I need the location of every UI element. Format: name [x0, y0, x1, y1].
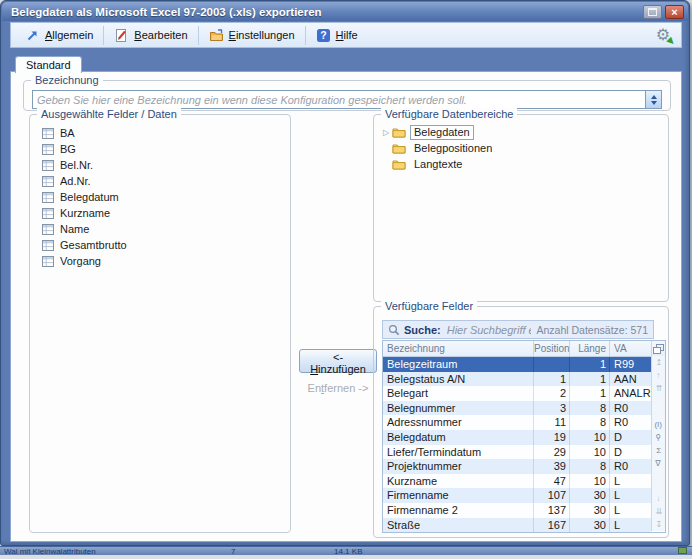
selected-field-item[interactable]: Kurzname: [30, 205, 288, 221]
einstellungen-label: Einstellungen: [229, 29, 295, 41]
cell-position: 137: [533, 503, 569, 518]
bearbeiten-button[interactable]: Bearbeiten: [106, 24, 195, 46]
bezeichnung-combobox: [32, 90, 662, 109]
cell-position: 11: [533, 415, 569, 430]
column-header-va[interactable]: VA: [609, 341, 651, 356]
restore-icon: [648, 8, 657, 16]
tree-item[interactable]: ▷ Belegpositionen: [374, 140, 666, 156]
parent-status-bar: Wal mit Kleinwalattributen 7 14.1 KB: [0, 546, 692, 555]
add-arrow-text: <-: [333, 351, 343, 363]
remove-button[interactable]: Entfernen ->: [299, 382, 377, 396]
selected-field-item[interactable]: Gesamtbrutto: [30, 237, 288, 253]
column-header-position[interactable]: Position: [533, 341, 569, 356]
export-button[interactable]: ⚙ ▶: [651, 24, 675, 46]
field-label: Ad.Nr.: [60, 175, 91, 187]
cell-laenge: 8: [569, 459, 609, 474]
navigator-sum[interactable]: Σ: [656, 444, 661, 456]
grid-row[interactable]: Liefer/Termindatum 29 10 D: [383, 445, 651, 460]
cell-laenge: 30: [569, 488, 609, 503]
grid-row[interactable]: Straße 167 30 L: [383, 518, 651, 533]
grid-row[interactable]: Kurzname 47 10 L: [383, 474, 651, 489]
title-bar[interactable]: Belegdaten als Microsoft Excel 97-2003 (…: [2, 2, 688, 21]
tree-item-label: Langtexte: [410, 157, 466, 172]
allgemein-button[interactable]: Allgemein: [17, 24, 101, 46]
selected-field-item[interactable]: Ad.Nr.: [30, 173, 288, 189]
navigator-next[interactable]: ↓: [656, 493, 660, 505]
grid-row[interactable]: Firmenname 2 137 30 L: [383, 503, 651, 518]
cell-bezeichnung: Projektnummer: [383, 459, 533, 474]
tab-label: Standard: [26, 59, 71, 71]
selected-field-item[interactable]: BG: [30, 141, 288, 157]
tab-standard[interactable]: Standard: [15, 56, 82, 73]
navigator-last[interactable]: ↧: [655, 519, 662, 531]
selected-field-item[interactable]: BA: [30, 125, 288, 141]
cell-va: D: [609, 430, 651, 445]
cell-bezeichnung: Kurzname: [383, 474, 533, 489]
cell-bezeichnung: Belegnummer: [383, 401, 533, 416]
restore-button[interactable]: [643, 5, 662, 19]
selected-field-item[interactable]: Bel.Nr.: [30, 157, 288, 173]
tree-item[interactable]: ▷ Langtexte: [374, 156, 666, 172]
window-title: Belegdaten als Microsoft Excel 97-2003 (…: [11, 6, 640, 18]
status-icon: [678, 547, 687, 554]
table-field-icon: [42, 256, 54, 267]
expand-arrow-icon[interactable]: ▷: [380, 128, 392, 137]
tab-page: Bezeichnung Ausgewählte Felder / Daten B…: [10, 71, 682, 542]
grid-row[interactable]: Firmenname 107 30 L: [383, 488, 651, 503]
selected-fields-list: BA BG Bel.Nr.: [30, 125, 288, 269]
table-field-icon: [42, 160, 54, 171]
column-header-laenge[interactable]: Länge: [569, 341, 609, 356]
bezeichnung-group: Bezeichnung: [23, 80, 671, 111]
navigator-first[interactable]: ↥: [655, 357, 662, 369]
export-dialog: Belegdaten als Microsoft Excel 97-2003 (…: [0, 0, 690, 546]
toolbar-separator: [198, 26, 199, 45]
cell-laenge: 1: [569, 372, 609, 387]
selected-field-item[interactable]: Belegdatum: [30, 189, 288, 205]
tree-item-label: Belegdaten: [410, 125, 474, 140]
add-button[interactable]: <- Hinzufügen: [299, 349, 377, 373]
cell-va: R0: [609, 459, 651, 474]
cell-laenge: 30: [569, 503, 609, 518]
cell-bezeichnung: Belegzeitraum: [383, 357, 533, 372]
combo-spinner[interactable]: [645, 91, 661, 108]
tree-item[interactable]: ▷ Belegdaten: [374, 124, 666, 140]
navigator-count[interactable]: (I): [655, 418, 663, 430]
selected-fields-caption: Ausgewählte Felder / Daten: [37, 108, 181, 120]
grid-row[interactable]: Adressnummer 11 8 R0: [383, 415, 651, 430]
navigator-search[interactable]: ⚲: [656, 431, 662, 443]
column-header-bezeichnung[interactable]: Bezeichnung: [383, 341, 533, 356]
hilfe-button[interactable]: ? Hilfe: [308, 24, 366, 46]
cell-bezeichnung: Straße: [383, 518, 533, 533]
cell-va: L: [609, 488, 651, 503]
settings-icon: [209, 28, 224, 43]
field-label: Belegdatum: [60, 191, 119, 203]
grid-row[interactable]: Belegdatum 19 10 D: [383, 430, 651, 445]
navigator-filter[interactable]: ∇: [656, 457, 661, 469]
svg-text:?: ?: [320, 29, 326, 41]
einstellungen-button[interactable]: Einstellungen: [201, 24, 303, 46]
cell-position: 107: [533, 488, 569, 503]
close-button[interactable]: ×: [665, 5, 684, 19]
selected-field-item[interactable]: Vorgang: [30, 253, 288, 269]
field-label: Gesamtbrutto: [60, 239, 127, 251]
cell-position: 39: [533, 459, 569, 474]
record-count: Anzahl Datensätze: 571: [537, 324, 649, 336]
cell-laenge: 1: [569, 386, 609, 401]
search-input[interactable]: [445, 323, 533, 337]
column-chooser-button[interactable]: [651, 341, 665, 356]
navigator-next-page[interactable]: ⇊: [655, 506, 662, 518]
cell-laenge: 1: [569, 357, 609, 372]
navigator-prev-page[interactable]: ⇈: [655, 383, 662, 395]
grid-row[interactable]: Belegnummer 3 8 R0: [383, 401, 651, 416]
table-field-icon: [42, 208, 54, 219]
spinner-up-icon: [651, 95, 657, 99]
grid-row[interactable]: Belegzeitraum 1 R99: [383, 357, 651, 372]
navigator-prev[interactable]: ↑: [656, 370, 660, 382]
bezeichnung-input[interactable]: [35, 91, 643, 108]
fields-grid: Bezeichnung Position Länge VA Belegzeitr…: [382, 340, 666, 533]
grid-row[interactable]: Belegart 2 1 ANALRGI: [383, 386, 651, 401]
selected-field-item[interactable]: Name: [30, 221, 288, 237]
grid-row[interactable]: Belegstatus A/N 1 1 AAN: [383, 372, 651, 387]
grid-row[interactable]: Projektnummer 39 8 R0: [383, 459, 651, 474]
cell-va: D: [609, 445, 651, 460]
